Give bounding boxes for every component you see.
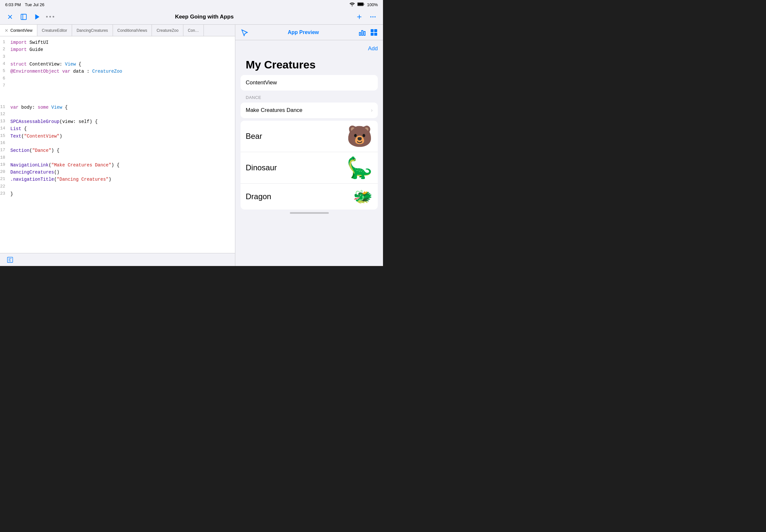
tab-con[interactable]: Con…	[183, 25, 204, 36]
tab-creaturezoo[interactable]: CreatureZoo	[152, 25, 183, 36]
tab-creatureeditor[interactable]: CreatureEditor	[37, 25, 72, 36]
dance-list-section: Make Creatures Dance ›	[240, 103, 378, 118]
code-line-18: 19 NavigationLink("Make Creatures Dance"…	[0, 162, 235, 169]
preview-panel: App Preview Add My Creatures	[235, 25, 383, 266]
svg-rect-5	[21, 14, 27, 19]
tab-conditionalviews-label: ConditionalViews	[117, 28, 147, 33]
code-line-10: 11 var body: some View {	[0, 104, 235, 111]
svg-rect-17	[371, 29, 373, 32]
bear-name: Bear	[246, 132, 262, 141]
code-line-11: 12	[0, 111, 235, 118]
svg-rect-20	[374, 33, 377, 36]
svg-point-12	[374, 16, 376, 18]
code-line-9	[0, 97, 235, 104]
code-line-3: 3	[0, 54, 235, 61]
more-button[interactable]	[368, 12, 378, 22]
code-line-21: 22	[0, 183, 235, 190]
code-line-6: 6	[0, 75, 235, 82]
preview-add-button[interactable]: Add	[368, 45, 378, 52]
preview-content[interactable]: Add My Creatures ContentView DANCE Make …	[235, 40, 383, 266]
add-button[interactable]	[354, 12, 364, 22]
code-line-2: 2 import Guide	[0, 46, 235, 53]
svg-point-10	[370, 16, 371, 18]
dinosaur-card[interactable]: Dinosaur 🦕	[240, 152, 378, 184]
code-line-17: 18	[0, 154, 235, 162]
tabs-bar: ✕ ContentView CreatureEditor DancingCrea…	[0, 25, 235, 36]
code-line-16: 17 Section("Dance") {	[0, 147, 235, 154]
toolbar-title: Keep Going with Apps	[58, 14, 350, 20]
creature-section: Bear 🐻 Dinosaur 🦕 Dragon 🐲	[240, 121, 378, 210]
dance-section-header: DANCE Make Creatures Dance ›	[240, 93, 378, 118]
content-view-section: ContentView	[240, 75, 378, 91]
tab-creaturezoo-label: CreatureZoo	[156, 28, 178, 33]
code-line-23	[0, 198, 235, 205]
code-line-1: 1 import SwiftUI	[0, 39, 235, 46]
tab-con-label: Con…	[188, 28, 199, 33]
editor-bottom-toolbar	[0, 253, 235, 266]
dinosaur-name: Dinosaur	[246, 163, 277, 172]
editor-panel: ✕ ContentView CreatureEditor DancingCrea…	[0, 25, 235, 266]
code-line-20: 21 .navigationTitle("Dancing Creatures")	[0, 176, 235, 183]
preview-toolbar: App Preview	[235, 25, 383, 40]
layout-button[interactable]	[370, 29, 378, 36]
content-view-item: ContentView	[240, 75, 378, 91]
code-line-15: 16	[0, 140, 235, 147]
status-date: Tue Jul 26	[25, 2, 44, 7]
tab-contentview[interactable]: ✕ ContentView	[0, 25, 37, 36]
dragon-card[interactable]: Dragon 🐲	[240, 184, 378, 210]
status-bar: 6:03 PM Tue Jul 26 100%	[0, 0, 383, 9]
tab-close-icon[interactable]: ✕	[5, 28, 8, 33]
svg-point-11	[372, 16, 373, 18]
svg-marker-7	[35, 14, 40, 19]
console-button[interactable]	[5, 255, 15, 265]
code-line-12: 13 SPCAssessableGroup(view: self) {	[0, 118, 235, 125]
app-title: My Creatures	[240, 54, 378, 74]
code-line-14: 15 Text("ContentView")	[0, 133, 235, 140]
tab-creatureeditor-label: CreatureEditor	[42, 28, 67, 33]
code-line-5: 5 @EnvironmentObject var data : Creature…	[0, 68, 235, 75]
svg-rect-14	[359, 32, 360, 35]
add-btn-row: Add	[240, 45, 378, 52]
status-bar-left: 6:03 PM Tue Jul 26	[5, 2, 44, 7]
cursor-icon-button[interactable]	[240, 29, 248, 36]
dots-menu	[46, 16, 54, 18]
tab-conditionalviews[interactable]: ConditionalViews	[113, 25, 152, 36]
svg-rect-2	[358, 3, 363, 6]
bear-card[interactable]: Bear 🐻	[240, 121, 378, 152]
dragon-name: Dragon	[246, 192, 271, 201]
code-line-7: 7	[0, 82, 235, 90]
tab-dancingcreatures-label: DancingCreatures	[77, 28, 108, 33]
main-toolbar: Keep Going with Apps	[0, 9, 383, 25]
code-line-4: 4 struct ContentView: View {	[0, 61, 235, 68]
bar-chart-button[interactable]	[358, 29, 366, 36]
play-button[interactable]	[32, 12, 42, 22]
sidebar-toggle-button[interactable]	[19, 12, 29, 22]
home-bar	[290, 212, 329, 214]
svg-rect-15	[361, 30, 363, 35]
code-line-8	[0, 90, 235, 97]
svg-rect-16	[364, 31, 365, 35]
tab-contentview-label: ContentView	[10, 28, 32, 33]
svg-rect-18	[374, 29, 377, 32]
code-line-19: 20 DancingCreatures()	[0, 169, 235, 176]
dragon-emoji: 🐲	[353, 189, 372, 204]
bear-emoji: 🐻	[346, 126, 372, 147]
dance-section-label: DANCE	[240, 93, 378, 101]
status-time: 6:03 PM	[5, 2, 21, 7]
make-creatures-dance-item[interactable]: Make Creatures Dance ›	[240, 103, 378, 118]
tab-dancingcreatures[interactable]: DancingCreatures	[72, 25, 113, 36]
code-line-22: 23 }	[0, 190, 235, 198]
home-indicator	[240, 210, 378, 216]
close-button[interactable]	[5, 12, 15, 22]
main-content: ✕ ContentView CreatureEditor DancingCrea…	[0, 25, 383, 266]
chevron-right-icon: ›	[371, 107, 372, 113]
app-preview: My Creatures ContentView DANCE Make Crea…	[240, 54, 378, 210]
status-bar-right: 100%	[349, 2, 378, 7]
preview-title: App Preview	[252, 30, 354, 35]
wifi-icon	[349, 2, 355, 7]
dinosaur-emoji: 🦕	[346, 157, 372, 178]
svg-rect-19	[371, 33, 373, 36]
svg-point-0	[351, 5, 352, 6]
code-editor[interactable]: 1 import SwiftUI 2 import Guide 3 4 stru…	[0, 36, 235, 253]
code-line-13: 14 List {	[0, 125, 235, 132]
